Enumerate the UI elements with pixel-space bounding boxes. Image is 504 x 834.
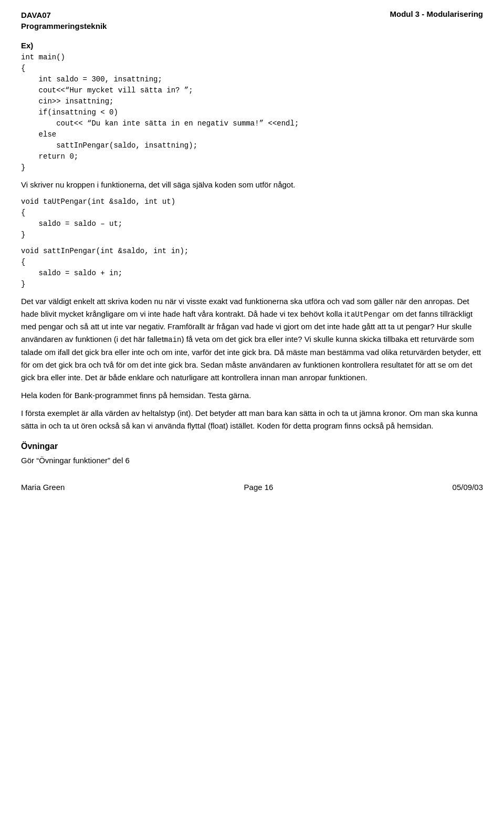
code-sattinpengar: void sattInPengar(int &saldo, int in); {…	[21, 246, 483, 290]
code-tautpengar: void taUtPengar(int &saldo, int ut) { sa…	[21, 196, 483, 241]
prose-1: Vi skriver nu kroppen i funktionerna, de…	[21, 179, 483, 191]
ovningar-heading: Övningar	[21, 442, 483, 451]
ovningar-text: Gör “Övningar funktioner” del 6	[21, 454, 483, 467]
footer-page: Page 16	[244, 483, 274, 492]
header-title: DAVA07	[21, 9, 107, 20]
page-header: DAVA07 Programmeringsteknik Modul 3 - Mo…	[21, 9, 483, 32]
code-main: int main() { int saldo = 300, insattning…	[21, 52, 483, 173]
page-footer: Maria Green Page 16 05/09/03	[21, 483, 483, 492]
prose-2-code-main: main	[164, 336, 182, 344]
prose-4: I första exemplet är alla värden av helt…	[21, 407, 483, 432]
footer-date: 05/09/03	[453, 483, 483, 492]
prose-2: Det var väldigt enkelt att skriva koden …	[21, 295, 483, 384]
header-subtitle: Programmeringsteknik	[21, 20, 107, 32]
header-left: DAVA07 Programmeringsteknik	[21, 9, 107, 32]
header-module: Modul 3 - Modularisering	[390, 9, 483, 18]
ex-label: Ex)	[21, 41, 483, 50]
prose-2-code-tautpengar: taUtPengar	[346, 310, 391, 319]
prose-3: Hela koden för Bank-programmet finns på …	[21, 389, 483, 402]
footer-author: Maria Green	[21, 483, 65, 492]
